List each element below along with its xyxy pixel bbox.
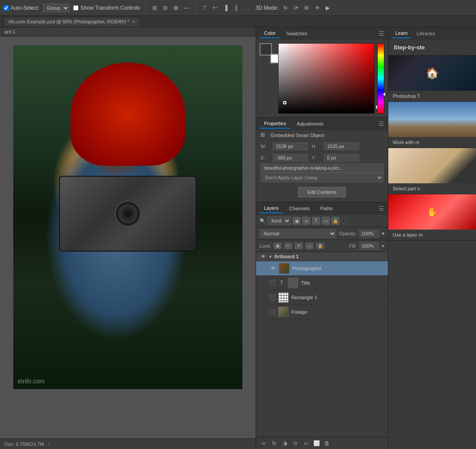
lock-label: Lock:: [260, 243, 271, 249]
fx-icon[interactable]: fx: [270, 439, 278, 447]
photographer-visibility-icon[interactable]: 👁: [269, 266, 276, 271]
new-adjustment-layer-icon[interactable]: ⊙: [291, 439, 299, 447]
learn-label-0: Photoshop T: [388, 91, 476, 101]
color-gradient-picker[interactable]: [278, 43, 375, 114]
title-type-icon: T: [278, 280, 285, 286]
tab-swatches[interactable]: Swatches: [282, 29, 312, 38]
new-fill-layer-icon[interactable]: ◑: [281, 439, 289, 447]
distribute4-icon[interactable]: ║: [233, 4, 240, 11]
opacity-input[interactable]: [359, 230, 379, 237]
properties-menu-icon[interactable]: ☰: [379, 120, 384, 127]
doc-size-label: Doc: 6.75M/24.7M: [4, 442, 44, 447]
align-dash-icon[interactable]: —: [183, 4, 190, 11]
learn-item-2[interactable]: Select part o: [388, 148, 476, 194]
rectangle-visibility-check[interactable]: [269, 294, 275, 301]
3d-settings-icon[interactable]: ⚙: [303, 4, 310, 11]
delete-layer-icon[interactable]: 🗑: [323, 439, 331, 447]
footer-arrow[interactable]: ›: [48, 442, 50, 447]
canvas-image: eInfo.com: [13, 45, 242, 389]
3d-pan-icon[interactable]: ⟳: [293, 4, 300, 11]
tab-paths[interactable]: Paths: [316, 204, 337, 213]
align-center-icon[interactable]: ⊟: [162, 4, 169, 11]
filename-display: beautiful-photographer-is-taking-a-pict.…: [260, 163, 383, 173]
lock-paint-icon[interactable]: ✏: [284, 243, 292, 249]
kind-select[interactable]: Kind: [268, 216, 291, 225]
document-tab-bar: nfo.com Example.psd @ 60% (Photographer,…: [0, 16, 476, 27]
y-input[interactable]: [324, 154, 359, 162]
x-input[interactable]: [273, 154, 308, 162]
layers-menu-icon[interactable]: ☰: [379, 205, 384, 212]
align-right-icon[interactable]: ⊠: [172, 4, 179, 11]
canvas-viewport[interactable]: eInfo.com: [0, 37, 256, 438]
tab-layers[interactable]: Layers: [260, 204, 283, 213]
filter-pixel-icon[interactable]: ▣: [293, 217, 301, 225]
add-mask-icon[interactable]: ⬜: [312, 439, 320, 447]
distribute-icon[interactable]: ⊤: [201, 4, 208, 11]
3d-camera-icon[interactable]: ✛: [314, 4, 321, 11]
artboard-row[interactable]: 👁 ▾ Artboard 1: [256, 252, 388, 261]
layer-row-foliage[interactable]: Foliage: [256, 305, 388, 319]
smart-object-icon: ⊞: [260, 132, 268, 139]
layer-row-title[interactable]: T Title: [256, 276, 388, 290]
lock-transparency-icon[interactable]: ▣: [274, 243, 282, 249]
layer-comp-select[interactable]: Don't Apply Layer Comp: [260, 173, 383, 182]
distribute2-icon[interactable]: ⊢: [212, 4, 219, 11]
document-tab[interactable]: nfo.com Example.psd @ 60% (Photographer,…: [4, 17, 140, 26]
width-label: W:: [260, 144, 269, 149]
3d-rotate-icon[interactable]: ↻: [282, 4, 289, 11]
foliage-visibility-check[interactable]: [269, 309, 275, 315]
layers-filter-row: 🔍 Kind ▣ ⊙ T ▭ 🔒: [256, 215, 388, 227]
tab-color[interactable]: Color: [260, 29, 280, 38]
new-group-icon[interactable]: ▭: [302, 439, 310, 447]
learn-item-0[interactable]: 🏠 Photoshop T: [388, 56, 476, 102]
group-select[interactable]: Group: [43, 4, 70, 12]
filter-adjustment-icon[interactable]: ⊙: [302, 217, 310, 225]
lock-position-icon[interactable]: ✛: [295, 243, 303, 249]
tab-adjustments[interactable]: Adjustments: [292, 119, 328, 128]
learn-thumb-0: 🏠: [388, 56, 476, 91]
edit-contents-button[interactable]: Edit Contents: [298, 187, 346, 197]
more-options-icon[interactable]: ...: [243, 4, 250, 11]
artboard-visibility-icon[interactable]: 👁: [260, 254, 267, 259]
align-left-icon[interactable]: ⊞: [151, 4, 158, 11]
layer-row-photographer[interactable]: 👁 Photographer: [256, 261, 388, 276]
y-label: Y:: [312, 155, 320, 160]
height-input[interactable]: [324, 142, 359, 150]
color-panel-menu-icon[interactable]: ☰: [379, 30, 384, 37]
3d-video-icon[interactable]: ▶: [324, 4, 331, 11]
filter-shape-icon[interactable]: ▭: [322, 217, 330, 225]
link-layers-icon[interactable]: ∞: [260, 439, 268, 447]
blend-mode-row: Normal Opacity: ▾: [256, 227, 388, 240]
learn-thumb-1: [388, 102, 476, 137]
learn-item-1[interactable]: Work with m: [388, 102, 476, 148]
autoselect-checkbox[interactable]: Auto-Select:: [4, 5, 39, 11]
color-spectrum-slider[interactable]: [377, 43, 384, 114]
tab-channels[interactable]: Channels: [285, 204, 314, 213]
learn-item-3[interactable]: ✋ Use a layer m: [388, 194, 476, 241]
gradient-cursor: [283, 101, 286, 104]
width-input[interactable]: [273, 142, 308, 150]
artboard-chevron-icon[interactable]: ▾: [269, 254, 271, 259]
tab-close-icon[interactable]: ✕: [132, 19, 135, 24]
main-toolbar: Auto-Select: Group Show Transform Contro…: [0, 0, 476, 16]
opacity-label: Opacity:: [339, 231, 357, 236]
filter-toggle-dot[interactable]: [341, 219, 346, 223]
filter-smart-icon[interactable]: 🔒: [331, 217, 339, 225]
lock-artboard-icon[interactable]: ▭: [305, 243, 313, 249]
distribute3-icon[interactable]: ▐: [222, 4, 229, 11]
smart-object-row: ⊞ Embedded Smart Object: [256, 130, 388, 141]
x-label: X:: [260, 155, 269, 160]
transform-controls-check[interactable]: Show Transform Controls: [73, 5, 140, 11]
fill-chevron[interactable]: ▾: [382, 243, 384, 249]
filter-text-icon[interactable]: T: [312, 217, 320, 225]
blend-mode-select[interactable]: Normal: [260, 229, 336, 238]
layer-row-rectangle[interactable]: Rectangle 1: [256, 290, 388, 305]
opacity-chevron[interactable]: ▾: [382, 230, 384, 237]
tab-libraries[interactable]: Libraries: [413, 29, 439, 38]
fill-input[interactable]: [359, 242, 379, 250]
lock-all-icon[interactable]: 🔒: [316, 243, 324, 249]
tab-properties[interactable]: Properties: [260, 119, 290, 129]
tab-learn[interactable]: Learn: [392, 29, 411, 38]
learn-header: Step-by-ste: [388, 40, 476, 56]
title-visibility-check[interactable]: [269, 280, 275, 286]
